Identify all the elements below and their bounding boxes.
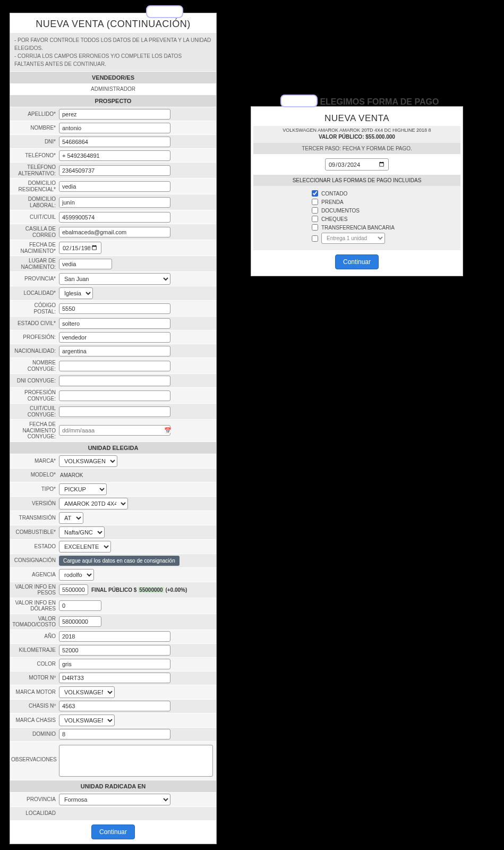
input-telefono[interactable] [59, 150, 170, 161]
input-valor-usd[interactable] [59, 600, 101, 611]
label-rad-provincia: PROVINCIA [10, 795, 59, 804]
input-nombre-cony[interactable] [59, 361, 170, 371]
input-dni-cony[interactable] [59, 376, 170, 386]
label-telefono: TELÉFONO* [10, 151, 59, 160]
select-version[interactable]: AMAROK 20TD 4X4 DC HI [59, 498, 128, 509]
tab-hint-left [146, 5, 183, 18]
label-modelo: MODELO* [10, 470, 59, 480]
input-profesion[interactable] [59, 332, 170, 343]
continuar-row: Continuar [10, 820, 216, 844]
step-bar: TERCER PASO: FECHA Y FORMA DE PAGO. [253, 143, 460, 154]
label-combustible: COMBUSTIBLE* [10, 528, 59, 537]
input-color[interactable] [59, 659, 170, 669]
input-dom-res[interactable] [59, 181, 170, 192]
label-transferencia: TRANSFERENCIA BANCARIA [321, 225, 395, 231]
select-combustible[interactable]: Nafta/GNC [59, 526, 105, 538]
input-chasis-n[interactable] [59, 701, 170, 711]
textarea-observaciones[interactable] [59, 745, 213, 777]
label-observaciones: OBSERVACIONES [10, 744, 59, 764]
section-unidad-radicada: UNIDAD RADICADA EN [10, 780, 216, 792]
label-consignacion: CONSIGNACIÓN [10, 556, 59, 565]
label-lnac: LUGAR DE NACIMIENTO: [10, 256, 59, 271]
input-dni[interactable] [59, 137, 170, 147]
input-casilla[interactable] [59, 227, 170, 237]
tab-hint-right [280, 95, 318, 107]
checkbox-cheques[interactable] [312, 216, 318, 222]
checkbox-prenda[interactable] [312, 199, 318, 205]
vendedor-value: ADMINISTRADOR [10, 83, 216, 95]
label-transmision: TRANSMISIÓN [10, 513, 59, 523]
select-entrega-unidad[interactable]: Entrega 1 unidad [321, 233, 385, 244]
label-version: VERSIÓN [10, 499, 59, 508]
input-valor-tomado[interactable] [59, 616, 101, 627]
label-fnac: FECHA DE NACIMIENTO* [10, 240, 59, 256]
checkbox-entrega[interactable] [312, 235, 318, 242]
input-cuit[interactable] [59, 212, 170, 223]
label-estado: ESTADO [10, 542, 59, 551]
label-valor-pesos: VALOR INFO EN PESOS [10, 582, 59, 598]
label-nacionalidad: NACIONALIDAD: [10, 346, 59, 356]
final-pct: (+0.00%) [164, 587, 187, 593]
instruction-line-1: - POR FAVOR CONTROLE TODOS LOS DATOS DE … [14, 36, 212, 52]
select-tipo[interactable]: PICKUP [59, 483, 107, 495]
select-transmision[interactable]: AT [59, 512, 83, 524]
right-title: NUEVA VENTA [253, 109, 460, 126]
input-anio[interactable] [59, 631, 170, 642]
select-provincia[interactable]: San Juan [59, 273, 170, 285]
select-marca[interactable]: VOLKSWAGEN [59, 455, 117, 467]
vehicle-description: VOLKSWAGEN AMAROK AMAROK 20TD 4X4 DC HIG… [253, 126, 460, 133]
label-prenda: PRENDA [321, 199, 344, 205]
input-apellido[interactable] [59, 109, 170, 120]
label-contado: CONTADO [321, 191, 347, 197]
select-marca-motor[interactable]: VOLKSWAGEN [59, 686, 115, 698]
label-motor-n: MOTOR Nº [10, 673, 59, 683]
checkbox-transferencia[interactable] [312, 224, 318, 231]
select-estado[interactable]: EXCELENTE [59, 541, 111, 552]
consignacion-button[interactable]: Cargue aquí los datos en caso de consign… [59, 556, 180, 566]
continuar-button-left[interactable]: Continuar [91, 824, 135, 839]
label-marca-motor: MARCA MOTOR [10, 687, 59, 697]
final-label: FINAL PÚBLICO $ [91, 587, 138, 593]
input-motor-n[interactable] [59, 673, 170, 683]
label-dni: DNI* [10, 137, 59, 147]
continuar-button-right[interactable]: Continuar [335, 254, 379, 269]
input-fnac[interactable] [59, 242, 101, 254]
label-cheques: CHEQUES [321, 216, 347, 222]
modelo-value: AMAROK [59, 472, 83, 478]
checkbox-contado[interactable] [312, 190, 318, 197]
input-valor-pesos[interactable] [59, 584, 88, 595]
select-agencia[interactable]: rodolfo [59, 569, 94, 581]
label-tipo: TIPO* [10, 484, 59, 494]
checkbox-documentos[interactable] [312, 207, 318, 214]
input-nombre[interactable] [59, 123, 170, 133]
select-localidad[interactable]: Iglesia [59, 287, 93, 299]
label-fnac-cony: FECHA DE NACIMIENTO CONYUGE: [10, 420, 59, 441]
label-telefono-alt: TELÉFONO ALTERNATIVO: [10, 163, 59, 178]
input-fnac-cony[interactable] [59, 425, 170, 436]
input-lnac[interactable] [59, 259, 112, 269]
select-rad-provincia[interactable]: Formosa [59, 794, 170, 805]
input-prof-cony[interactable] [59, 390, 170, 401]
label-marca: MARCA* [10, 456, 59, 466]
label-dni-cony: DNI CONYUGE: [10, 376, 59, 386]
select-marca-chasis[interactable]: VOLKSWAGEN [59, 715, 115, 726]
final-publico-text: FINAL PÚBLICO $ 55000000 (+0.00%) [91, 587, 187, 593]
input-km[interactable] [59, 645, 170, 656]
label-cuit: CUIT/CUIL [10, 212, 59, 222]
input-telefono-alt[interactable] [59, 165, 170, 176]
input-estado-civil[interactable] [59, 318, 170, 329]
input-fecha-pago[interactable] [325, 158, 389, 171]
label-nombre: NOMBRE* [10, 123, 59, 133]
input-nacionalidad[interactable] [59, 346, 170, 356]
input-dominio[interactable] [59, 729, 170, 740]
label-dominio: DOMINIO [10, 729, 59, 739]
input-cp[interactable] [59, 303, 170, 314]
section-prospecto: PROSPECTO [10, 95, 216, 107]
label-provincia: PROVINCIA* [10, 274, 59, 284]
input-dom-lab[interactable] [59, 197, 170, 208]
input-cuit-cony[interactable] [59, 406, 170, 417]
label-km: KILOMETRAJE [10, 645, 59, 655]
continuar-row-right: Continuar [253, 250, 460, 274]
final-value: 55000000 [138, 587, 164, 593]
label-marca-chasis: MARCA CHASIS [10, 716, 59, 725]
